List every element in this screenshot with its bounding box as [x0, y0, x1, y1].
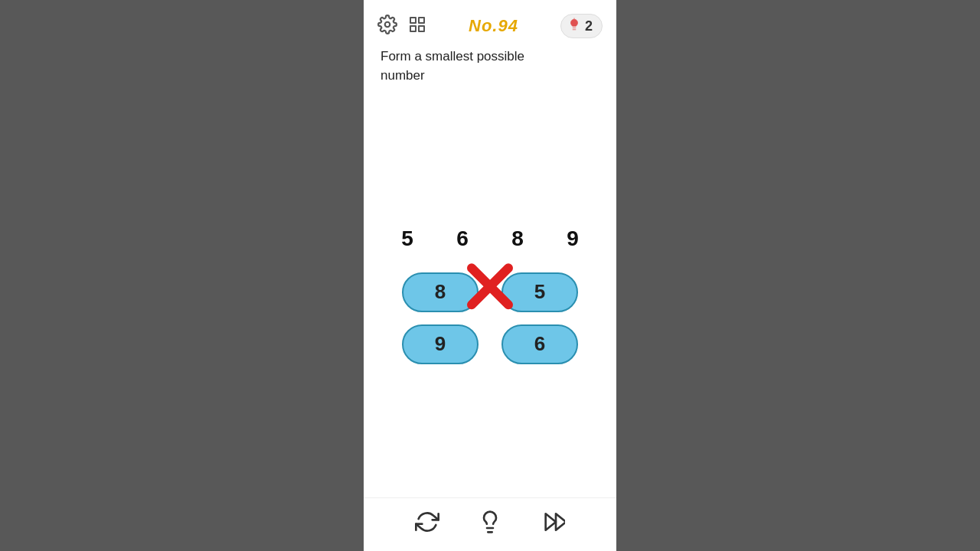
top-left-icons	[377, 15, 426, 37]
number-label-5: 5	[394, 227, 420, 251]
tile-row-2: 9 6	[402, 324, 578, 364]
svg-rect-3	[410, 26, 416, 31]
top-bar: No.94 2	[364, 0, 616, 38]
level-label: No.94	[469, 16, 518, 36]
tile-row-1: 8 5	[402, 272, 578, 312]
hint-badge[interactable]: 2	[560, 14, 603, 38]
refresh-button[interactable]	[415, 510, 439, 540]
tile-9[interactable]: 9	[402, 324, 479, 364]
settings-icon[interactable]	[377, 15, 397, 37]
tile-6[interactable]: 6	[501, 324, 578, 364]
svg-rect-4	[419, 26, 424, 31]
hint-button[interactable]	[478, 510, 502, 540]
svg-marker-11	[556, 514, 565, 530]
game-area: 5 6 8 9 8 5 9 6	[364, 85, 616, 551]
grid-icon[interactable]	[408, 15, 426, 37]
hint-bulb-icon	[567, 18, 581, 34]
svg-rect-1	[410, 18, 416, 23]
number-label-8: 8	[505, 227, 531, 251]
tile-8[interactable]: 8	[402, 272, 479, 312]
skip-button[interactable]	[541, 510, 565, 540]
right-overlay	[616, 0, 980, 551]
svg-rect-2	[419, 18, 424, 23]
svg-point-0	[385, 22, 390, 28]
instruction-line1: Form a smallest possible	[381, 49, 524, 64]
number-label-9: 9	[560, 227, 586, 251]
tiles-area: 8 5 9 6	[402, 272, 578, 364]
number-label-6: 6	[449, 227, 475, 251]
left-overlay	[0, 0, 364, 551]
svg-marker-10	[546, 514, 556, 530]
instruction-text: Form a smallest possible number	[381, 49, 524, 83]
bottom-bar	[364, 497, 616, 551]
hint-count: 2	[585, 18, 593, 34]
instruction: Form a smallest possible number	[364, 38, 616, 85]
phone-panel: No.94 2 Form a smallest possible number …	[364, 0, 616, 551]
tile-5[interactable]: 5	[501, 272, 578, 312]
instruction-line2: number	[381, 68, 425, 83]
number-row: 5 6 8 9	[394, 227, 586, 251]
